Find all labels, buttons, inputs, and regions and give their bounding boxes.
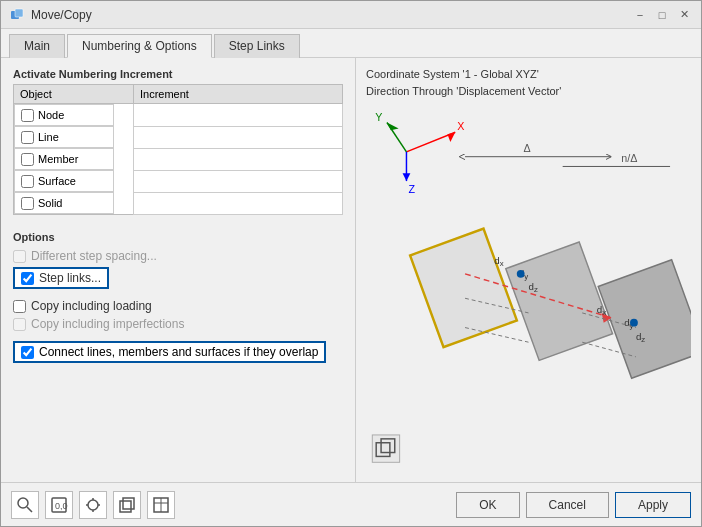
cancel-button[interactable]: Cancel [526, 492, 609, 518]
svg-text:X: X [457, 120, 464, 132]
numbering-table: Object Increment Node Line [13, 84, 343, 215]
svg-text:0,00: 0,00 [55, 501, 68, 511]
connect-lines-box: Connect lines, members and surfaces if t… [13, 341, 326, 363]
calculator-icon[interactable]: 0,00 [45, 491, 73, 519]
step-links-box: Step links... [13, 267, 109, 289]
checkbox-member[interactable] [21, 153, 34, 166]
copy-icon[interactable] [113, 491, 141, 519]
ok-button[interactable]: OK [456, 492, 519, 518]
right-panel: Coordinate System '1 - Global XYZ' Direc… [356, 58, 701, 482]
copy-icon[interactable] [372, 435, 399, 462]
col-increment: Increment [134, 85, 343, 104]
bottom-buttons: OK Cancel Apply [456, 492, 691, 518]
tab-numbering[interactable]: Numbering & Options [67, 34, 212, 58]
tab-main[interactable]: Main [9, 34, 65, 58]
svg-marker-9 [403, 173, 411, 181]
checkbox-node[interactable] [21, 109, 34, 122]
left-panel: Activate Numbering Increment Object Incr… [1, 58, 356, 482]
maximize-button[interactable]: □ [653, 6, 671, 24]
table-row: Member [14, 148, 343, 170]
table-row: Surface [14, 170, 343, 192]
option-copy-imperfections: Copy including imperfections [13, 315, 343, 333]
search-icon[interactable] [11, 491, 39, 519]
options-label: Options [13, 231, 343, 243]
window-title: Move/Copy [31, 8, 92, 22]
svg-text:n/Δ: n/Δ [621, 152, 637, 164]
svg-text:dx: dx [494, 255, 503, 268]
checkbox-step-links[interactable] [21, 272, 34, 285]
svg-point-27 [630, 319, 638, 327]
window-controls: − □ ✕ [631, 6, 693, 24]
svg-rect-15 [410, 229, 517, 347]
diagram-area: X Y Z Δ n/Δ [366, 103, 691, 474]
rect1 [410, 229, 517, 347]
table-icon[interactable] [147, 491, 175, 519]
content-area: Activate Numbering Increment Object Incr… [1, 58, 701, 482]
svg-rect-16 [506, 242, 613, 360]
apply-button[interactable]: Apply [615, 492, 691, 518]
checkbox-connect-lines[interactable] [21, 346, 34, 359]
checkbox-copy-imperfections[interactable] [13, 318, 26, 331]
table-row: Line [14, 126, 343, 148]
window-icon [9, 7, 25, 23]
checkbox-different-spacing[interactable] [13, 250, 26, 263]
rect2 [506, 242, 613, 360]
move-icon[interactable] [79, 491, 107, 519]
connect-lines-wrapper: Connect lines, members and surfaces if t… [13, 339, 343, 363]
option-different-spacing: Different step spacing... [13, 247, 343, 265]
coord-title: Coordinate System '1 - Global XYZ' Direc… [366, 66, 691, 99]
options-section: Options Different step spacing... Step l… [13, 231, 343, 363]
option-copy-loading: Copy including loading [13, 297, 343, 315]
svg-text:Z: Z [408, 183, 415, 195]
table-row: Solid [14, 192, 343, 215]
bottom-bar: 0,00 [1, 482, 701, 526]
svg-text:Δ: Δ [524, 142, 531, 154]
diagram-svg: X Y Z Δ n/Δ [366, 103, 691, 474]
axis-group: X Y Z [375, 111, 464, 195]
checkbox-copy-loading[interactable] [13, 300, 26, 313]
rect3 [598, 260, 691, 378]
tab-steplinks[interactable]: Step Links [214, 34, 300, 58]
numbering-label: Activate Numbering Increment [13, 68, 343, 80]
svg-point-39 [88, 500, 98, 510]
svg-rect-45 [123, 498, 134, 509]
checkbox-surface[interactable] [21, 175, 34, 188]
checkbox-solid[interactable] [21, 197, 34, 210]
svg-marker-3 [447, 132, 455, 142]
svg-point-35 [18, 498, 28, 508]
checkbox-line[interactable] [21, 131, 34, 144]
svg-rect-17 [598, 260, 691, 378]
svg-rect-44 [120, 501, 131, 512]
main-window: Move/Copy − □ ✕ Main Numbering & Options… [0, 0, 702, 527]
titlebar: Move/Copy − □ ✕ [1, 1, 701, 29]
titlebar-left: Move/Copy [9, 7, 92, 23]
coord-line2: Direction Through 'Displacement Vector' [366, 85, 561, 97]
coord-line1: Coordinate System '1 - Global XYZ' [366, 68, 539, 80]
table-row: Node [14, 104, 343, 127]
col-object: Object [14, 85, 134, 104]
minimize-button[interactable]: − [631, 6, 649, 24]
svg-point-26 [517, 270, 525, 278]
svg-rect-1 [15, 9, 23, 17]
numbering-section: Activate Numbering Increment Object Incr… [13, 68, 343, 215]
bottom-icons: 0,00 [11, 491, 175, 519]
tab-bar: Main Numbering & Options Step Links [1, 29, 701, 58]
svg-text:Y: Y [375, 111, 382, 123]
close-button[interactable]: ✕ [675, 6, 693, 24]
svg-line-36 [27, 507, 32, 512]
option-step-links: Step links... [13, 265, 343, 291]
